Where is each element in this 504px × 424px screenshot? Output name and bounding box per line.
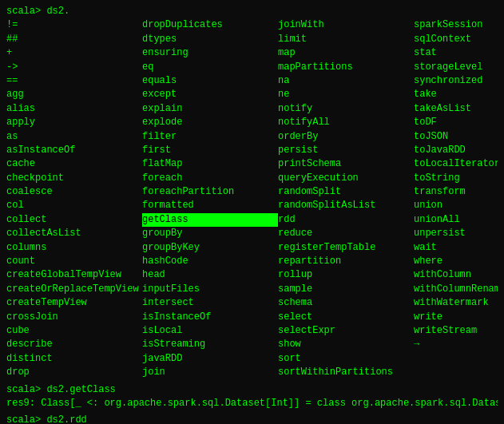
item-registertemptable: registerTempTable <box>278 241 414 255</box>
item-except: except <box>142 88 278 101</box>
item-ensuring: ensuring <box>142 46 278 60</box>
col2: dropDuplicates dtypes ensuring eq equals… <box>142 18 278 379</box>
item-tojson: toJSON <box>414 130 498 144</box>
item-ne: != <box>6 18 142 32</box>
prompt-line-3: scala> ds2.rdd <box>6 414 498 424</box>
item-repartition: repartition <box>278 255 414 268</box>
item-collect: collect <box>6 213 142 227</box>
col3: joinWith limit map mapPartitions na ne n… <box>278 18 414 379</box>
item-transform: transform <box>414 185 498 199</box>
item-cube: cube <box>6 324 142 338</box>
item-randomsplit: randomSplit <box>278 185 414 199</box>
item-wait: wait <box>414 241 498 255</box>
item-rdd: rdd <box>278 213 414 227</box>
item-arrow2: → <box>414 338 498 351</box>
item-sort: sort <box>278 352 414 366</box>
item-groupbykey: groupByKey <box>142 241 278 255</box>
item-todf: toDF <box>414 116 498 129</box>
item-foreach: foreach <box>142 172 278 185</box>
item-checkpoint: checkpoint <box>6 172 142 185</box>
item-cache: cache <box>6 157 142 171</box>
item-selectexpr: selectExpr <box>278 324 414 338</box>
item-dtypes: dtypes <box>142 33 278 46</box>
item-isstreaming: isStreaming <box>142 338 278 351</box>
item-withwatermark: withWatermark <box>414 296 498 310</box>
item-arrow: -> <box>6 61 142 74</box>
item-stat: stat <box>414 46 498 60</box>
item-createorreplacetempview: createOrReplaceTempView <box>6 283 142 296</box>
item-hash: ## <box>6 33 142 46</box>
item-tolocaliterator: toLocalIterator <box>414 157 498 171</box>
prompt-line-2: scala> ds2.getClass <box>6 383 498 397</box>
item-apply: apply <box>6 116 142 129</box>
item-explain: explain <box>142 102 278 116</box>
item-tojavardd: toJavaRDD <box>414 144 498 157</box>
item-mappartitions: mapPartitions <box>278 61 414 74</box>
item-unpersist: unpersist <box>414 227 498 240</box>
item-union: union <box>414 199 498 212</box>
terminal: scala> ds2. != ## + -> == agg alias appl… <box>6 5 498 424</box>
item-sample: sample <box>278 283 414 296</box>
item-notify: notify <box>278 102 414 116</box>
item-schema: schema <box>278 296 414 310</box>
item-reduce: reduce <box>278 227 414 240</box>
item-rollup: rollup <box>278 268 414 282</box>
item-storagelevel: storageLevel <box>414 61 498 74</box>
item-unionall: unionAll <box>414 213 498 227</box>
item-count: count <box>6 255 142 268</box>
item-map: map <box>278 46 414 60</box>
item-as: as <box>6 130 142 144</box>
item-distinct: distinct <box>6 352 142 366</box>
item-equals: equals <box>142 74 278 88</box>
item-eq2: == <box>6 74 142 88</box>
item-eq: eq <box>142 61 278 74</box>
item-take: take <box>414 88 498 101</box>
item-writestream: writeStream <box>414 324 498 338</box>
item-ne2: ne <box>278 88 414 101</box>
item-notifyall: notifyAll <box>278 116 414 129</box>
item-write: write <box>414 311 498 324</box>
col1: != ## + -> == agg alias apply as asInsta… <box>6 18 142 379</box>
item-columns: columns <box>6 241 142 255</box>
item-na: na <box>278 74 414 88</box>
autocomplete-grid: != ## + -> == agg alias apply as asInsta… <box>6 18 498 379</box>
item-describe: describe <box>6 338 142 351</box>
item-inputfiles: inputFiles <box>142 283 278 296</box>
item-randomsplitaslist: randomSplitAsList <box>278 199 414 212</box>
item-joinwith: joinWith <box>278 18 414 32</box>
item-dropduplicates: dropDuplicates <box>142 18 278 32</box>
item-sqlcontext: sqlContext <box>414 33 498 46</box>
item-withcolumn: withColumn <box>414 268 498 282</box>
item-tostring: toString <box>414 172 498 185</box>
item-sparksession: sparkSession <box>414 18 498 32</box>
prompt-line-1: scala> ds2. <box>6 5 498 18</box>
item-coalesce: coalesce <box>6 185 142 199</box>
item-plus: + <box>6 46 142 60</box>
item-groupby: groupBy <box>142 227 278 240</box>
item-withcolumnrenamed: withColumnRenamed <box>414 283 498 296</box>
item-alias: alias <box>6 102 142 116</box>
item-formatted: formatted <box>142 199 278 212</box>
item-islocal: isLocal <box>142 324 278 338</box>
item-createglobaltempview: createGlobalTempView <box>6 268 142 282</box>
item-limit: limit <box>278 33 414 46</box>
item-drop: drop <box>6 366 142 379</box>
item-printschema: printSchema <box>278 157 414 171</box>
result-line-1: res9: Class[_ <: org.apache.spark.sql.Da… <box>6 397 498 410</box>
item-select: select <box>278 311 414 324</box>
item-agg: agg <box>6 88 142 101</box>
item-persist: persist <box>278 144 414 157</box>
item-isinstanceof: isInstanceOf <box>142 311 278 324</box>
item-flatmap: flatMap <box>142 157 278 171</box>
item-crossjoin: crossJoin <box>6 311 142 324</box>
item-createtempview: createTempView <box>6 296 142 310</box>
item-show: show <box>278 338 414 351</box>
col4: sparkSession sqlContext stat storageLeve… <box>414 18 498 379</box>
item-queryexecution: queryExecution <box>278 172 414 185</box>
item-hashcode: hashCode <box>142 255 278 268</box>
item-takeaslist: takeAsList <box>414 102 498 116</box>
item-head: head <box>142 268 278 282</box>
item-asinstanceof: asInstanceOf <box>6 144 142 157</box>
item-foreachpartition: foreachPartition <box>142 185 278 199</box>
item-getclass: getClass <box>142 213 278 227</box>
